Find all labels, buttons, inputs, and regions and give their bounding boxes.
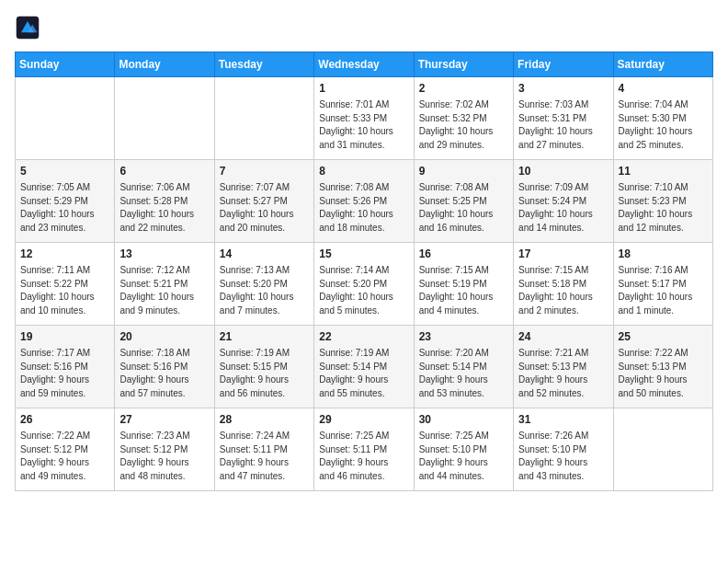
- day-number: 20: [119, 329, 209, 345]
- day-info: Sunrise: 7:20 AM Sunset: 5:14 PM Dayligh…: [419, 347, 508, 400]
- calendar-week-1: 1Sunrise: 7:01 AM Sunset: 5:33 PM Daylig…: [16, 77, 713, 160]
- calendar-cell: [214, 77, 313, 160]
- day-info: Sunrise: 7:24 AM Sunset: 5:11 PM Dayligh…: [220, 430, 309, 483]
- calendar-cell: 30Sunrise: 7:25 AM Sunset: 5:10 PM Dayli…: [414, 408, 513, 491]
- day-info: Sunrise: 7:25 AM Sunset: 5:10 PM Dayligh…: [419, 430, 508, 483]
- day-number: 6: [119, 164, 209, 179]
- calendar-cell: 3Sunrise: 7:03 AM Sunset: 5:31 PM Daylig…: [514, 77, 613, 160]
- logo-icon: [15, 15, 40, 40]
- calendar-week-5: 26Sunrise: 7:22 AM Sunset: 5:12 PM Dayli…: [16, 408, 713, 491]
- day-number: 10: [518, 164, 608, 179]
- day-number: 12: [20, 247, 109, 262]
- calendar-cell: 10Sunrise: 7:09 AM Sunset: 5:24 PM Dayli…: [514, 160, 613, 243]
- calendar-cell: [613, 408, 712, 491]
- weekday-header-row: SundayMondayTuesdayWednesdayThursdayFrid…: [16, 52, 713, 77]
- calendar-cell: 22Sunrise: 7:19 AM Sunset: 5:14 PM Dayli…: [314, 326, 414, 408]
- day-number: 24: [518, 329, 608, 345]
- day-number: 16: [419, 247, 508, 262]
- day-info: Sunrise: 7:22 AM Sunset: 5:12 PM Dayligh…: [20, 430, 109, 483]
- day-number: 2: [419, 81, 508, 97]
- calendar-cell: 27Sunrise: 7:23 AM Sunset: 5:12 PM Dayli…: [115, 408, 214, 491]
- day-info: Sunrise: 7:17 AM Sunset: 5:16 PM Dayligh…: [20, 347, 109, 400]
- day-info: Sunrise: 7:14 AM Sunset: 5:20 PM Dayligh…: [319, 264, 408, 317]
- day-info: Sunrise: 7:04 AM Sunset: 5:30 PM Dayligh…: [619, 98, 708, 152]
- day-number: 22: [319, 329, 408, 345]
- calendar: SundayMondayTuesdayWednesdayThursdayFrid…: [15, 52, 713, 491]
- day-info: Sunrise: 7:26 AM Sunset: 5:10 PM Dayligh…: [518, 430, 608, 483]
- day-info: Sunrise: 7:12 AM Sunset: 5:21 PM Dayligh…: [119, 264, 209, 317]
- calendar-cell: 9Sunrise: 7:08 AM Sunset: 5:25 PM Daylig…: [414, 160, 513, 243]
- calendar-cell: 4Sunrise: 7:04 AM Sunset: 5:30 PM Daylig…: [613, 77, 712, 160]
- calendar-cell: 16Sunrise: 7:15 AM Sunset: 5:19 PM Dayli…: [414, 243, 513, 326]
- calendar-cell: 14Sunrise: 7:13 AM Sunset: 5:20 PM Dayli…: [214, 243, 313, 326]
- day-info: Sunrise: 7:10 AM Sunset: 5:23 PM Dayligh…: [619, 181, 708, 235]
- calendar-cell: 26Sunrise: 7:22 AM Sunset: 5:12 PM Dayli…: [16, 408, 115, 491]
- calendar-cell: 23Sunrise: 7:20 AM Sunset: 5:14 PM Dayli…: [414, 326, 513, 408]
- day-info: Sunrise: 7:11 AM Sunset: 5:22 PM Dayligh…: [20, 264, 109, 317]
- day-info: Sunrise: 7:18 AM Sunset: 5:16 PM Dayligh…: [119, 347, 209, 400]
- weekday-header-friday: Friday: [514, 52, 613, 77]
- day-info: Sunrise: 7:09 AM Sunset: 5:24 PM Dayligh…: [518, 181, 608, 235]
- calendar-cell: 5Sunrise: 7:05 AM Sunset: 5:29 PM Daylig…: [16, 160, 115, 243]
- day-info: Sunrise: 7:19 AM Sunset: 5:14 PM Dayligh…: [319, 347, 408, 400]
- weekday-header-sunday: Sunday: [16, 52, 115, 77]
- weekday-header-thursday: Thursday: [414, 52, 513, 77]
- day-info: Sunrise: 7:08 AM Sunset: 5:26 PM Dayligh…: [319, 181, 408, 235]
- day-info: Sunrise: 7:05 AM Sunset: 5:29 PM Dayligh…: [20, 181, 109, 235]
- calendar-cell: 8Sunrise: 7:08 AM Sunset: 5:26 PM Daylig…: [314, 160, 414, 243]
- day-info: Sunrise: 7:25 AM Sunset: 5:11 PM Dayligh…: [319, 430, 408, 483]
- day-number: 11: [619, 164, 708, 179]
- calendar-cell: 7Sunrise: 7:07 AM Sunset: 5:27 PM Daylig…: [214, 160, 313, 243]
- weekday-header-wednesday: Wednesday: [314, 52, 414, 77]
- calendar-cell: 24Sunrise: 7:21 AM Sunset: 5:13 PM Dayli…: [514, 326, 613, 408]
- calendar-cell: 13Sunrise: 7:12 AM Sunset: 5:21 PM Dayli…: [115, 243, 214, 326]
- day-number: 26: [20, 412, 109, 428]
- day-number: 29: [319, 412, 408, 428]
- calendar-week-4: 19Sunrise: 7:17 AM Sunset: 5:16 PM Dayli…: [16, 326, 713, 408]
- day-number: 8: [319, 164, 408, 179]
- day-number: 5: [20, 164, 109, 179]
- day-info: Sunrise: 7:01 AM Sunset: 5:33 PM Dayligh…: [319, 98, 408, 152]
- day-info: Sunrise: 7:22 AM Sunset: 5:13 PM Dayligh…: [619, 347, 708, 400]
- page-header: [15, 15, 713, 40]
- calendar-cell: [115, 77, 214, 160]
- day-number: 23: [419, 329, 508, 345]
- day-number: 31: [518, 412, 608, 428]
- calendar-cell: 18Sunrise: 7:16 AM Sunset: 5:17 PM Dayli…: [613, 243, 712, 326]
- day-info: Sunrise: 7:23 AM Sunset: 5:12 PM Dayligh…: [119, 430, 209, 483]
- calendar-cell: 21Sunrise: 7:19 AM Sunset: 5:15 PM Dayli…: [214, 326, 313, 408]
- day-number: 18: [619, 247, 708, 262]
- day-info: Sunrise: 7:15 AM Sunset: 5:19 PM Dayligh…: [419, 264, 508, 317]
- calendar-cell: 28Sunrise: 7:24 AM Sunset: 5:11 PM Dayli…: [214, 408, 313, 491]
- calendar-cell: 25Sunrise: 7:22 AM Sunset: 5:13 PM Dayli…: [613, 326, 712, 408]
- day-number: 28: [220, 412, 309, 428]
- day-info: Sunrise: 7:02 AM Sunset: 5:32 PM Dayligh…: [419, 98, 508, 152]
- calendar-cell: 1Sunrise: 7:01 AM Sunset: 5:33 PM Daylig…: [314, 77, 414, 160]
- day-info: Sunrise: 7:07 AM Sunset: 5:27 PM Dayligh…: [220, 181, 309, 235]
- day-number: 15: [319, 247, 408, 262]
- calendar-cell: 2Sunrise: 7:02 AM Sunset: 5:32 PM Daylig…: [414, 77, 513, 160]
- day-info: Sunrise: 7:19 AM Sunset: 5:15 PM Dayligh…: [220, 347, 309, 400]
- weekday-header-tuesday: Tuesday: [214, 52, 313, 77]
- weekday-header-monday: Monday: [115, 52, 214, 77]
- calendar-cell: [16, 77, 115, 160]
- day-number: 30: [419, 412, 508, 428]
- calendar-week-3: 12Sunrise: 7:11 AM Sunset: 5:22 PM Dayli…: [16, 243, 713, 326]
- day-number: 7: [220, 164, 309, 179]
- day-info: Sunrise: 7:15 AM Sunset: 5:18 PM Dayligh…: [518, 264, 608, 317]
- calendar-cell: 20Sunrise: 7:18 AM Sunset: 5:16 PM Dayli…: [115, 326, 214, 408]
- day-info: Sunrise: 7:03 AM Sunset: 5:31 PM Dayligh…: [518, 98, 608, 152]
- day-info: Sunrise: 7:21 AM Sunset: 5:13 PM Dayligh…: [518, 347, 608, 400]
- calendar-cell: 11Sunrise: 7:10 AM Sunset: 5:23 PM Dayli…: [613, 160, 712, 243]
- day-info: Sunrise: 7:13 AM Sunset: 5:20 PM Dayligh…: [220, 264, 309, 317]
- day-info: Sunrise: 7:06 AM Sunset: 5:28 PM Dayligh…: [119, 181, 209, 235]
- calendar-cell: 6Sunrise: 7:06 AM Sunset: 5:28 PM Daylig…: [115, 160, 214, 243]
- day-number: 3: [518, 81, 608, 97]
- day-number: 17: [518, 247, 608, 262]
- day-number: 25: [619, 329, 708, 345]
- weekday-header-saturday: Saturday: [613, 52, 712, 77]
- day-number: 14: [220, 247, 309, 262]
- calendar-cell: 12Sunrise: 7:11 AM Sunset: 5:22 PM Dayli…: [16, 243, 115, 326]
- day-info: Sunrise: 7:16 AM Sunset: 5:17 PM Dayligh…: [619, 264, 708, 317]
- day-number: 9: [419, 164, 508, 179]
